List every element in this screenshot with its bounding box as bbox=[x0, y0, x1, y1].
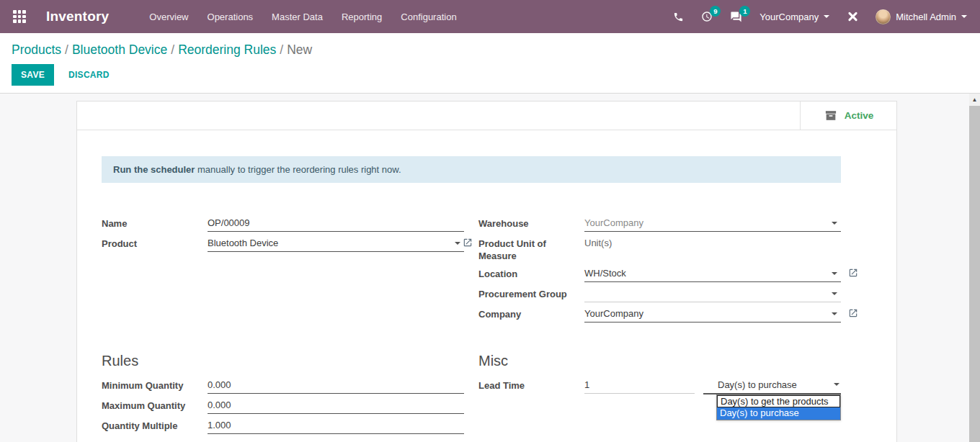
breadcrumb-bluetooth-device[interactable]: Bluetooth Device bbox=[72, 42, 167, 57]
product-input[interactable]: Bluetooth Device bbox=[208, 235, 464, 252]
apps-menu-icon[interactable] bbox=[13, 10, 26, 23]
discard-button[interactable]: DISCARD bbox=[68, 70, 110, 80]
menu-configuration[interactable]: Configuration bbox=[401, 7, 456, 27]
quantity-multiple-label: Quantity Multiple bbox=[102, 417, 208, 432]
scrollbar-up-arrow[interactable]: ▲ bbox=[969, 94, 980, 105]
name-label: Name bbox=[102, 215, 208, 230]
maximum-quantity-input[interactable] bbox=[208, 397, 464, 414]
chevron-down-icon bbox=[832, 272, 837, 275]
field-row-product: Product Bluetooth Device bbox=[102, 235, 464, 255]
rules-section: Rules Minimum Quantity Maximum Quantity bbox=[102, 353, 464, 437]
uom-label: Product Unit of Measure bbox=[478, 235, 584, 262]
warehouse-label: Warehouse bbox=[478, 215, 584, 230]
chevron-down-icon bbox=[455, 242, 460, 245]
misc-section-title: Misc bbox=[478, 353, 841, 369]
option-days-to-purchase[interactable]: Day(s) to purchase bbox=[717, 407, 840, 420]
uom-value: Unit(s) bbox=[584, 235, 841, 252]
location-label: Location bbox=[478, 265, 584, 280]
chevron-down-icon bbox=[961, 15, 967, 18]
app-title[interactable]: Inventory bbox=[46, 9, 109, 24]
product-label: Product bbox=[102, 235, 208, 250]
field-row-quantity-multiple: Quantity Multiple bbox=[102, 417, 464, 437]
procurement-group-label: Procurement Group bbox=[478, 285, 584, 300]
alert-text: manually to trigger the reordering rules… bbox=[195, 164, 401, 175]
lead-time-unit-value: Day(s) to purchase bbox=[718, 379, 797, 390]
field-row-uom: Product Unit of Measure Unit(s) bbox=[478, 235, 841, 265]
user-menu[interactable]: Mitchell Admin bbox=[876, 9, 967, 24]
location-input[interactable]: WH/Stock bbox=[584, 265, 841, 282]
option-days-to-get-products[interactable]: Day(s) to get the products bbox=[717, 395, 840, 407]
menu-master-data[interactable]: Master Data bbox=[272, 7, 323, 27]
active-toggle-label: Active bbox=[845, 110, 874, 121]
quantity-multiple-input[interactable] bbox=[208, 417, 464, 434]
misc-section: Misc Lead Time Day(s) to purchase Day(s)… bbox=[478, 353, 841, 437]
control-panel: Products/Bluetooth Device/Reordering Rul… bbox=[0, 33, 980, 94]
company-switcher[interactable]: YourCompany bbox=[760, 12, 829, 22]
lead-time-input[interactable] bbox=[584, 376, 695, 394]
field-row-procurement-group: Procurement Group bbox=[478, 285, 841, 305]
chevron-down-icon bbox=[832, 292, 837, 295]
scheduler-info-alert: Run the scheduler manually to trigger th… bbox=[102, 156, 841, 183]
breadcrumb-current: New bbox=[287, 42, 312, 57]
chevron-down-icon bbox=[824, 15, 829, 18]
top-navbar: Inventory Overview Operations Master Dat… bbox=[0, 0, 980, 33]
field-row-warehouse: Warehouse YourCompany bbox=[478, 215, 841, 235]
name-input[interactable] bbox=[208, 215, 464, 232]
breadcrumb-reordering-rules[interactable]: Reordering Rules bbox=[178, 42, 276, 57]
lead-time-unit-select[interactable]: Day(s) to purchase Day(s) to get the pro… bbox=[703, 376, 841, 394]
company-external-link-icon[interactable] bbox=[848, 308, 858, 320]
lead-time-label: Lead Time bbox=[478, 376, 584, 392]
user-name-label: Mitchell Admin bbox=[896, 12, 956, 22]
location-external-link-icon[interactable] bbox=[848, 268, 858, 280]
sheet-header: Active bbox=[77, 102, 896, 130]
rules-section-title: Rules bbox=[102, 353, 464, 369]
menu-overview[interactable]: Overview bbox=[149, 7, 188, 27]
chevron-down-icon bbox=[834, 383, 839, 386]
chevron-down-icon bbox=[832, 222, 837, 225]
phone-icon[interactable] bbox=[673, 12, 684, 22]
activities-clock-icon[interactable]: 9 bbox=[701, 11, 713, 22]
minimum-quantity-label: Minimum Quantity bbox=[102, 376, 208, 392]
scrollbar-thumb[interactable] bbox=[969, 106, 980, 442]
vertical-scrollbar[interactable]: ▲ bbox=[969, 94, 980, 442]
breadcrumb-products[interactable]: Products bbox=[12, 42, 61, 57]
avatar bbox=[876, 9, 891, 24]
minimum-quantity-input[interactable] bbox=[208, 376, 464, 394]
lead-time-unit-dropdown: Day(s) to get the products Day(s) to pur… bbox=[716, 394, 841, 420]
field-row-lead-time: Lead Time Day(s) to purchase Day(s) to g… bbox=[478, 376, 841, 397]
main-menu: Overview Operations Master Data Reportin… bbox=[149, 7, 456, 27]
messages-icon[interactable]: 1 bbox=[730, 11, 742, 23]
company-switcher-label: YourCompany bbox=[760, 12, 819, 22]
developer-tools-icon[interactable] bbox=[847, 11, 858, 22]
messages-badge: 1 bbox=[739, 6, 750, 17]
maximum-quantity-label: Maximum Quantity bbox=[102, 397, 208, 412]
menu-operations[interactable]: Operations bbox=[208, 7, 254, 27]
left-field-group: Name Product Bluetooth Device bbox=[102, 215, 464, 325]
archive-box-icon bbox=[824, 109, 838, 122]
field-row-name: Name bbox=[102, 215, 464, 235]
form-view: Active Run the scheduler manually to tri… bbox=[0, 94, 980, 442]
field-row-minimum-quantity: Minimum Quantity bbox=[102, 376, 464, 397]
field-row-company: Company YourCompany bbox=[478, 305, 841, 325]
chevron-down-icon bbox=[832, 312, 837, 315]
active-toggle-button[interactable]: Active bbox=[800, 102, 896, 130]
form-sheet: Active Run the scheduler manually to tri… bbox=[76, 101, 897, 442]
field-row-location: Location WH/Stock bbox=[478, 265, 841, 285]
procurement-group-input[interactable] bbox=[584, 285, 841, 302]
company-input[interactable]: YourCompany bbox=[584, 305, 841, 323]
company-label: Company bbox=[478, 305, 584, 320]
menu-reporting[interactable]: Reporting bbox=[342, 7, 382, 27]
right-field-group: Warehouse YourCompany Product Unit of Me… bbox=[478, 215, 841, 325]
field-row-maximum-quantity: Maximum Quantity bbox=[102, 397, 464, 417]
save-button[interactable]: SAVE bbox=[12, 64, 54, 86]
activities-badge: 9 bbox=[710, 6, 721, 17]
warehouse-input[interactable]: YourCompany bbox=[584, 215, 841, 232]
product-external-link-icon[interactable] bbox=[463, 238, 473, 250]
alert-bold-text: Run the scheduler bbox=[113, 164, 195, 175]
breadcrumb: Products/Bluetooth Device/Reordering Rul… bbox=[12, 42, 968, 58]
